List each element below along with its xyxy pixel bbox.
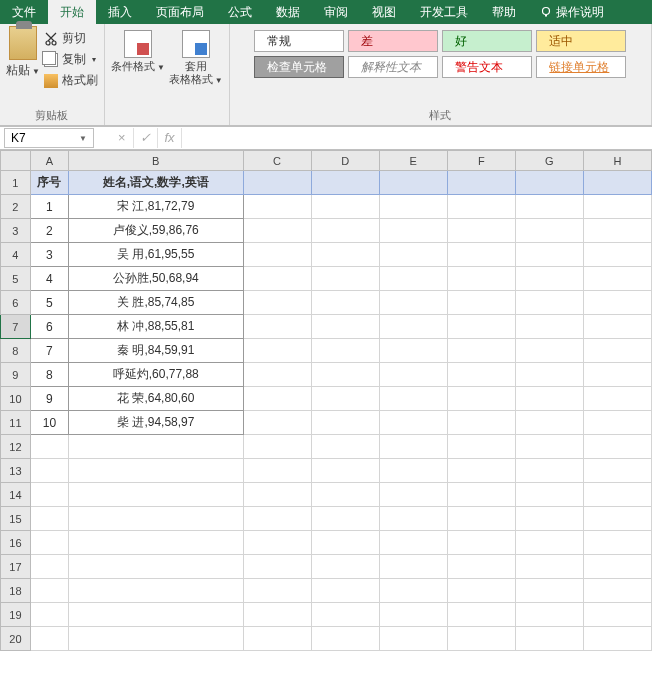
cell-H8[interactable] <box>583 339 651 363</box>
col-header-C[interactable]: C <box>243 151 311 171</box>
tab-home[interactable]: 开始 <box>48 0 96 24</box>
cell-G9[interactable] <box>515 363 583 387</box>
cell-B1[interactable]: 姓名,语文,数学,英语 <box>69 171 243 195</box>
cell-C18[interactable] <box>243 579 311 603</box>
cell-H11[interactable] <box>583 411 651 435</box>
row-header-16[interactable]: 16 <box>1 531 31 555</box>
cell-G5[interactable] <box>515 267 583 291</box>
cell-F12[interactable] <box>447 435 515 459</box>
cell-G4[interactable] <box>515 243 583 267</box>
cell-B6[interactable]: 关 胜,85,74,85 <box>69 291 243 315</box>
cell-F3[interactable] <box>447 219 515 243</box>
cell-F8[interactable] <box>447 339 515 363</box>
cell-E18[interactable] <box>379 579 447 603</box>
cell-E15[interactable] <box>379 507 447 531</box>
cell-G15[interactable] <box>515 507 583 531</box>
cell-A8[interactable]: 7 <box>30 339 68 363</box>
cell-C15[interactable] <box>243 507 311 531</box>
cell-D6[interactable] <box>311 291 379 315</box>
row-header-15[interactable]: 15 <box>1 507 31 531</box>
cell-H16[interactable] <box>583 531 651 555</box>
cell-A17[interactable] <box>30 555 68 579</box>
cell-F4[interactable] <box>447 243 515 267</box>
tab-data[interactable]: 数据 <box>264 0 312 24</box>
cell-A18[interactable] <box>30 579 68 603</box>
cell-F5[interactable] <box>447 267 515 291</box>
cell-E10[interactable] <box>379 387 447 411</box>
cell-H7[interactable] <box>583 315 651 339</box>
cell-C20[interactable] <box>243 627 311 651</box>
cell-G10[interactable] <box>515 387 583 411</box>
cell-D14[interactable] <box>311 483 379 507</box>
cell-H14[interactable] <box>583 483 651 507</box>
row-header-1[interactable]: 1 <box>1 171 31 195</box>
style-normal[interactable]: 常规 <box>254 30 344 52</box>
cell-A9[interactable]: 8 <box>30 363 68 387</box>
cell-E16[interactable] <box>379 531 447 555</box>
style-explanatory[interactable]: 解释性文本 <box>348 56 438 78</box>
row-header-12[interactable]: 12 <box>1 435 31 459</box>
cell-G13[interactable] <box>515 459 583 483</box>
format-painter-button[interactable]: 格式刷 <box>44 72 98 89</box>
cell-D20[interactable] <box>311 627 379 651</box>
cell-F7[interactable] <box>447 315 515 339</box>
tell-me[interactable]: 操作说明 <box>532 4 612 21</box>
cell-A14[interactable] <box>30 483 68 507</box>
cell-G8[interactable] <box>515 339 583 363</box>
cell-E4[interactable] <box>379 243 447 267</box>
cell-B12[interactable] <box>69 435 243 459</box>
cell-A1[interactable]: 序号 <box>30 171 68 195</box>
cell-B10[interactable]: 花 荣,64,80,60 <box>69 387 243 411</box>
style-link[interactable]: 链接单元格 <box>536 56 626 78</box>
cell-H6[interactable] <box>583 291 651 315</box>
formula-input[interactable] <box>182 128 652 148</box>
cell-G11[interactable] <box>515 411 583 435</box>
cell-B20[interactable] <box>69 627 243 651</box>
cell-B16[interactable] <box>69 531 243 555</box>
col-header-F[interactable]: F <box>447 151 515 171</box>
cell-F20[interactable] <box>447 627 515 651</box>
cell-G17[interactable] <box>515 555 583 579</box>
cell-D2[interactable] <box>311 195 379 219</box>
cell-E19[interactable] <box>379 603 447 627</box>
cell-G16[interactable] <box>515 531 583 555</box>
cell-D4[interactable] <box>311 243 379 267</box>
cell-D1[interactable] <box>311 171 379 195</box>
cell-H1[interactable] <box>583 171 651 195</box>
tab-insert[interactable]: 插入 <box>96 0 144 24</box>
tab-view[interactable]: 视图 <box>360 0 408 24</box>
cell-F9[interactable] <box>447 363 515 387</box>
cell-C8[interactable] <box>243 339 311 363</box>
col-header-G[interactable]: G <box>515 151 583 171</box>
cell-H2[interactable] <box>583 195 651 219</box>
style-warning[interactable]: 警告文本 <box>442 56 532 78</box>
row-header-5[interactable]: 5 <box>1 267 31 291</box>
cell-B15[interactable] <box>69 507 243 531</box>
cell-G19[interactable] <box>515 603 583 627</box>
cell-A3[interactable]: 2 <box>30 219 68 243</box>
cell-G3[interactable] <box>515 219 583 243</box>
cell-F19[interactable] <box>447 603 515 627</box>
tab-formula[interactable]: 公式 <box>216 0 264 24</box>
cell-C12[interactable] <box>243 435 311 459</box>
cell-E8[interactable] <box>379 339 447 363</box>
cell-F15[interactable] <box>447 507 515 531</box>
row-header-7[interactable]: 7 <box>1 315 31 339</box>
cell-G6[interactable] <box>515 291 583 315</box>
cancel-button[interactable]: × <box>110 128 134 148</box>
cell-A10[interactable]: 9 <box>30 387 68 411</box>
cell-B2[interactable]: 宋 江,81,72,79 <box>69 195 243 219</box>
cell-H15[interactable] <box>583 507 651 531</box>
cell-E14[interactable] <box>379 483 447 507</box>
cell-G1[interactable] <box>515 171 583 195</box>
row-header-2[interactable]: 2 <box>1 195 31 219</box>
cell-G20[interactable] <box>515 627 583 651</box>
cell-F18[interactable] <box>447 579 515 603</box>
cell-E20[interactable] <box>379 627 447 651</box>
cell-E3[interactable] <box>379 219 447 243</box>
cell-F1[interactable] <box>447 171 515 195</box>
tab-review[interactable]: 审阅 <box>312 0 360 24</box>
cell-E9[interactable] <box>379 363 447 387</box>
col-header-H[interactable]: H <box>583 151 651 171</box>
row-header-3[interactable]: 3 <box>1 219 31 243</box>
